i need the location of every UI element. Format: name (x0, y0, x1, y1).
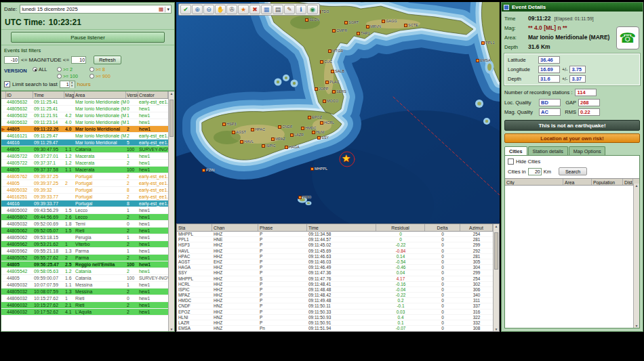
station-marker[interactable]: SSY (317, 135, 329, 140)
station-marker[interactable]: LAZR (290, 133, 304, 137)
phase-row[interactable]: AGST EHZ P 09:11:46.03 -0.54 0 305 (177, 259, 493, 265)
event-row[interactable]: 44805802 09:44:56.69 2.6 Lecco 2 hew1 (1, 214, 168, 221)
station-marker[interactable]: ISPIC (262, 144, 275, 148)
event-row[interactable]: 44805632 09:11:21.91 4.2 Mar Ionio Merid… (1, 112, 168, 119)
scroll-down-icon[interactable]: ▼ (170, 327, 174, 331)
event-row[interactable]: 44616 09:39:33.77 Portugal 8 early-est_e… (1, 200, 168, 207)
col-chan[interactable]: Chan (212, 224, 258, 231)
event-row[interactable]: 44805 09:37:37.58 1.1 Macerata 100 hew1 (1, 167, 168, 173)
station-marker[interactable]: WDD (298, 195, 311, 199)
magnitude-max-input[interactable] (71, 56, 86, 64)
station-marker[interactable]: PPL1 (481, 41, 494, 45)
locate-own-risk-button[interactable]: Location at your own risk! (504, 133, 640, 143)
phase-row[interactable]: SSY HHZ P 09:11:47.36 0.04 0 299 (177, 270, 493, 276)
info-icon[interactable]: ℹ (296, 5, 306, 14)
refresh-button[interactable]: Refresh (94, 56, 121, 64)
event-row[interactable]: 44805 09:59:00.07 1.6 Catania 100 SURVEY… (1, 275, 168, 282)
event-row[interactable]: 44805032 09:52:00.69 1.8 Terni 0 hew1 (1, 221, 168, 228)
version-radio-option[interactable]: >= 2 (57, 67, 89, 72)
version-radio-option[interactable]: >= 900 (89, 74, 126, 79)
station-marker[interactable]: SLCN (305, 18, 319, 22)
station-marker[interactable]: PZIN (202, 168, 215, 172)
tab-map-options[interactable]: Map Options (569, 146, 606, 155)
phase-row[interactable]: HCRL HHZ P 09:11:48.41 -0.16 0 302 (177, 282, 493, 287)
event-row[interactable]: 44805632 09:11:23.14 4.0 Mar Ionio Merid… (1, 119, 168, 126)
event-row[interactable]: 44805 09:39:37.25 2 Portugal 2 early-est… (1, 180, 168, 187)
col-city[interactable]: City (505, 179, 563, 185)
station-marker[interactable]: PLAC (325, 80, 339, 84)
star-icon[interactable]: ★ (238, 5, 249, 14)
scroll-down-icon[interactable]: ▼ (635, 324, 639, 328)
station-marker[interactable]: CNDF (278, 125, 292, 129)
print-icon[interactable]: ▤ (273, 5, 283, 14)
phase-row[interactable]: HAGA HHZ P 09:11:46.49 -0.46 0 304 (177, 265, 493, 270)
event-row[interactable]: ▶ 44805 09:11:22.26 4.0 Mar Ionio Meridi… (1, 126, 168, 133)
col-time[interactable]: Time (33, 91, 64, 98)
station-marker[interactable]: MHPPL (310, 167, 327, 171)
phase-row[interactable]: LAZR HHZ P 09:11:50.91 0.1 0 332 (177, 320, 493, 326)
station-marker[interactable]: CUC (320, 60, 332, 64)
station-marker[interactable]: HPAC (251, 127, 265, 131)
phase-row[interactable]: PPL1 HNE P 09:11:44.57 0 0 281 (177, 237, 493, 242)
tools-icon[interactable]: ✇ (226, 5, 237, 14)
event-row[interactable]: 44805002 09:43:56.29 1.5 Lecco 1 hew1 (1, 207, 168, 214)
map-canvas[interactable]: ✔ ⊕ ⊖ ✋ ✇ ★ (176, 2, 500, 224)
magnitude-min-input[interactable] (4, 56, 19, 64)
station-marker[interactable]: GAGG (382, 19, 397, 23)
search-cities-button[interactable]: Search (559, 167, 587, 175)
event-row[interactable]: 44805062 09:52:05.07 1.5 Rieti 2 hew1 (1, 228, 168, 234)
version-radio-option[interactable]: >= 100 (57, 74, 89, 79)
col-creator[interactable]: Creator (138, 91, 168, 98)
col-azimut[interactable]: Azimut (460, 224, 493, 231)
not-earthquake-button[interactable]: This is not an earthquake! (504, 120, 640, 131)
event-row[interactable]: 44805032 10:07:07.59 1.1 Messina 1 hew1 (1, 282, 168, 289)
station-marker[interactable]: MPAZ (271, 137, 285, 141)
tab-cities[interactable]: Cities (504, 146, 527, 155)
station-marker[interactable]: CMPR (332, 28, 347, 33)
event-row[interactable]: 44805632 09:11:25.41 Mar Ionio Meridiona… (1, 106, 168, 112)
event-row[interactable]: 44805 09:56:25.47 2.5 Reggio nell'Emilia… (1, 261, 168, 268)
limit-hours-stepper[interactable]: ▴ ▾ (60, 81, 75, 88)
station-marker[interactable]: SALB (331, 69, 344, 73)
close-icon[interactable]: ✖ (249, 5, 260, 14)
station-marker[interactable]: EMSA (476, 58, 491, 62)
phase-row[interactable]: MHPPL HHZ S 09:11:47.76 4.17 0 254 (177, 276, 493, 282)
event-row[interactable]: 44805062 09:53:18.15 Perugia 1 hew1 (1, 234, 168, 241)
event-row[interactable]: 44616 09:11:29.47 Mar Ionio Meridional 5… (1, 140, 168, 146)
limit-search-checkbox[interactable]: ✔ (4, 81, 10, 87)
station-marker[interactable]: EPOZ (308, 115, 322, 119)
layers-icon[interactable]: ▦ (261, 5, 272, 14)
confirm-icon[interactable]: ✔ (180, 5, 191, 14)
scrollbar-thumb[interactable] (494, 232, 498, 270)
event-row[interactable]: 44616121 09:11:29.47 Mar Ionio Meridiona… (1, 133, 168, 140)
event-row[interactable]: 44805542 09:58:05.63 1.2 Catania 2 hew1 (1, 268, 168, 275)
phase-scrollbar[interactable]: ▲ ▼ (493, 224, 499, 331)
station-marker[interactable]: HAGA (285, 145, 300, 149)
event-row[interactable]: 44805052 09:55:27.62 2 Parma 2 hew1 (1, 255, 168, 261)
scrollbar-thumb[interactable] (169, 100, 174, 137)
station-marker[interactable]: TAR1 (357, 31, 370, 35)
station-marker[interactable]: HCRL (320, 121, 334, 125)
phase-row[interactable]: EMSA HNZ Pn 09:11:51.94 -0.07 0 308 (177, 326, 493, 331)
event-row[interactable]: 44805032 09:39:32 Portugal 8 early-est_e… (1, 187, 168, 194)
event-row[interactable]: 44805962 09:53:21.62 1 Viterbo 2 hew1 (1, 241, 168, 248)
zoom-in-icon[interactable]: ⊕ (192, 5, 203, 14)
phase-row[interactable]: EPOZ HHZ P 09:11:50.33 0.03 0 316 (177, 310, 493, 315)
station-marker[interactable]: MRVN (366, 24, 381, 28)
event-row[interactable]: 44806032 10:15:27.62 2.1 Rieti 2 hew1 (1, 302, 168, 309)
phase-row[interactable]: MPAZ HHZ P 09:11:48.42 -0.22 0 340 (177, 293, 493, 298)
station-marker[interactable]: HAVL (240, 140, 254, 144)
station-marker[interactable]: SCTE (404, 23, 418, 27)
station-marker[interactable]: AGST (232, 130, 246, 134)
station-marker[interactable]: MOCO (323, 99, 338, 103)
scroll-up-icon[interactable]: ▲ (635, 184, 639, 188)
version-radio-option[interactable]: >= 8 (89, 67, 126, 72)
phase-row[interactable]: ISPIC HHZ P 09:11:48.48 -0.04 0 306 (177, 287, 493, 293)
event-row[interactable]: 44805722 09:37:27.01 1.2 Macerata 1 hew1 (1, 153, 168, 160)
event-row[interactable]: 44805032 10:08:07.59 1.3 Messina 2 hew1 (1, 289, 168, 295)
chevron-down-icon[interactable]: ▾ (165, 7, 169, 12)
col-area[interactable]: Area (563, 179, 592, 185)
event-row[interactable]: 44806032 10:17:52.62 4.1 L'Aquila 2 hew1 (1, 309, 168, 316)
col-version[interactable]: Version (126, 91, 138, 98)
hide-cities-checkbox[interactable] (508, 158, 514, 165)
